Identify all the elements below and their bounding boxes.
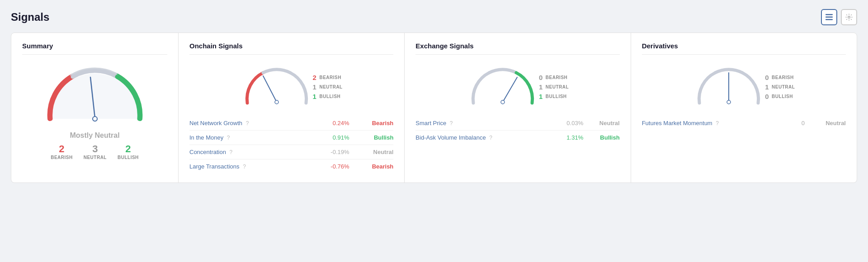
exchange-bearish-row: 0 BEARISH bbox=[539, 74, 569, 81]
metric-signal: Neutral bbox=[349, 145, 394, 159]
exchange-metrics-table: Smart Price ? 0.03% Neutral Bid-Ask Volu… bbox=[415, 116, 619, 145]
metric-value: -0.19% bbox=[311, 145, 349, 159]
derivatives-title: Derivatives bbox=[642, 42, 846, 55]
onchain-bullish-row: 1 BULLISH bbox=[313, 93, 343, 100]
neutral-count: 3 NEUTRAL bbox=[84, 144, 107, 160]
metric-name[interactable]: In the Money ? bbox=[189, 131, 311, 145]
help-icon[interactable]: ? bbox=[716, 120, 719, 126]
derivatives-gauge bbox=[693, 60, 765, 110]
help-icon[interactable]: ? bbox=[230, 149, 233, 155]
svg-rect-1 bbox=[826, 17, 833, 18]
bullish-count: 2 BULLISH bbox=[118, 144, 139, 160]
header-actions bbox=[821, 9, 857, 25]
gauge-label: Mostly Neutral bbox=[22, 131, 167, 140]
help-icon[interactable]: ? bbox=[243, 164, 246, 170]
derivatives-bullish-row: 0 BULLISH bbox=[765, 93, 795, 100]
summary-counts: 2 BEARISH 3 NEUTRAL 2 BULLISH bbox=[22, 144, 167, 160]
metric-value: 0.03% bbox=[553, 116, 583, 131]
exchange-signal-counts: 0 BEARISH 1 NEUTRAL 1 BULLISH bbox=[539, 60, 569, 102]
help-icon[interactable]: ? bbox=[246, 120, 249, 126]
exchange-neutral-row: 1 NEUTRAL bbox=[539, 83, 569, 91]
exchange-title: Exchange Signals bbox=[415, 42, 619, 55]
derivatives-neutral-row: 1 NEUTRAL bbox=[765, 83, 795, 91]
bearish-count: 2 BEARISH bbox=[51, 144, 73, 160]
svg-point-3 bbox=[848, 16, 850, 19]
metric-value: -0.76% bbox=[311, 159, 349, 174]
metric-value: 0 bbox=[798, 116, 805, 130]
svg-point-11 bbox=[501, 100, 505, 104]
metric-row: Bid-Ask Volume Imbalance ? 1.31% Bullish bbox=[415, 131, 619, 145]
metric-signal: Bullish bbox=[583, 131, 619, 145]
metric-row: In the Money ? 0.91% Bullish bbox=[189, 131, 393, 145]
onchain-top: 2 BEARISH 1 NEUTRAL 1 BULLISH bbox=[189, 60, 393, 110]
cards-container: Summary bbox=[11, 33, 857, 183]
summary-gauge bbox=[36, 60, 154, 128]
exchange-top: 0 BEARISH 1 NEUTRAL 1 BULLISH bbox=[415, 60, 619, 110]
svg-point-9 bbox=[275, 100, 278, 104]
exchange-bullish-row: 1 BULLISH bbox=[539, 93, 569, 100]
metric-value: 0.91% bbox=[311, 131, 349, 145]
onchain-title: Onchain Signals bbox=[189, 42, 393, 55]
metric-signal: Neutral bbox=[805, 116, 846, 130]
summary-card: Summary bbox=[11, 33, 179, 182]
page-title: Signals bbox=[11, 11, 49, 23]
metric-signal: Bearish bbox=[349, 116, 394, 131]
metric-name[interactable]: Large Transactions ? bbox=[189, 159, 311, 174]
metric-name[interactable]: Net Network Growth ? bbox=[189, 116, 311, 131]
help-icon[interactable]: ? bbox=[450, 120, 453, 126]
metric-row: Concentration ? -0.19% Neutral bbox=[189, 145, 393, 159]
metric-row: Futures Market Momentum ? 0 Neutral bbox=[642, 116, 846, 130]
exchange-card: Exchange Signals 0 BEARISH 1 bbox=[405, 33, 631, 182]
metric-row: Smart Price ? 0.03% Neutral bbox=[415, 116, 619, 131]
metric-row: Large Transactions ? -0.76% Bearish bbox=[189, 159, 393, 174]
metric-value: 1.31% bbox=[553, 131, 583, 145]
svg-rect-0 bbox=[826, 14, 833, 15]
onchain-metrics-table: Net Network Growth ? 0.24% Bearish In th… bbox=[189, 116, 393, 173]
metric-signal: Bullish bbox=[349, 131, 394, 145]
svg-line-8 bbox=[263, 76, 277, 102]
metric-name[interactable]: Concentration ? bbox=[189, 145, 311, 159]
metric-row: Net Network Growth ? 0.24% Bearish bbox=[189, 116, 393, 131]
metric-value: 0.24% bbox=[311, 116, 349, 131]
derivatives-top: 0 BEARISH 1 NEUTRAL 0 BULLISH bbox=[642, 60, 846, 110]
metric-name[interactable]: Bid-Ask Volume Imbalance ? bbox=[415, 131, 553, 145]
metric-signal: Bearish bbox=[349, 159, 394, 174]
onchain-card: Onchain Signals 2 BEARISH bbox=[179, 33, 405, 182]
metric-name[interactable]: Smart Price ? bbox=[415, 116, 553, 131]
svg-line-10 bbox=[503, 77, 517, 102]
derivatives-metrics-table: Futures Market Momentum ? 0 Neutral bbox=[642, 116, 846, 130]
help-icon[interactable]: ? bbox=[489, 135, 492, 141]
onchain-gauge bbox=[241, 60, 313, 110]
derivatives-bearish-row: 0 BEARISH bbox=[765, 74, 795, 81]
metric-name[interactable]: Futures Market Momentum ? bbox=[642, 116, 798, 130]
settings-button[interactable] bbox=[841, 9, 857, 25]
svg-point-7 bbox=[93, 117, 97, 121]
derivatives-card: Derivatives 0 BEARISH 1 bbox=[631, 33, 857, 182]
onchain-bearish-row: 2 BEARISH bbox=[313, 74, 343, 81]
metric-signal: Neutral bbox=[583, 116, 619, 131]
onchain-signal-counts: 2 BEARISH 1 NEUTRAL 1 BULLISH bbox=[313, 60, 343, 102]
summary-gauge-container bbox=[22, 60, 167, 128]
derivatives-signal-counts: 0 BEARISH 1 NEUTRAL 0 BULLISH bbox=[765, 60, 795, 102]
svg-point-13 bbox=[727, 100, 731, 104]
exchange-gauge bbox=[467, 60, 539, 110]
svg-rect-2 bbox=[826, 19, 833, 20]
help-icon[interactable]: ? bbox=[227, 135, 230, 141]
summary-title: Summary bbox=[22, 42, 167, 55]
onchain-neutral-row: 1 NEUTRAL bbox=[313, 83, 343, 91]
menu-button[interactable] bbox=[821, 9, 837, 25]
